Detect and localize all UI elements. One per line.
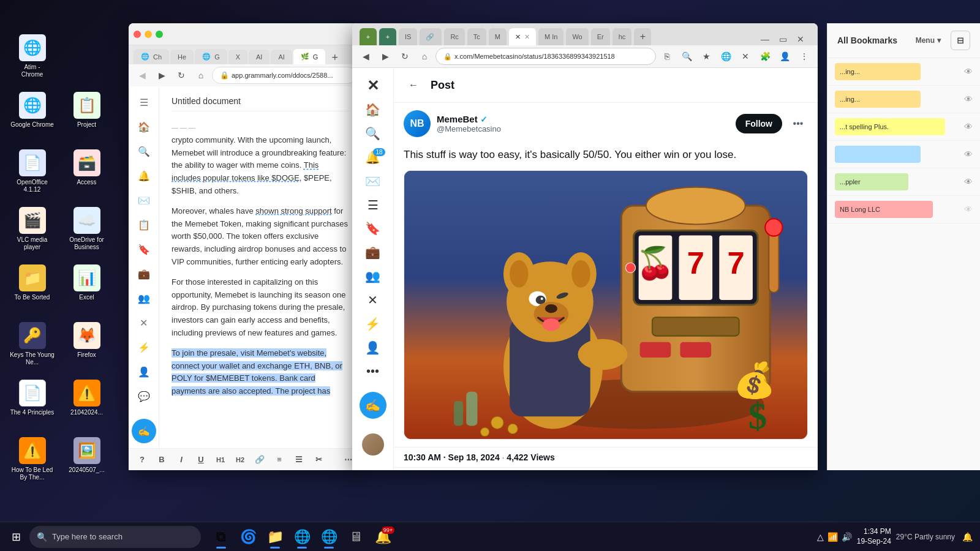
bookmark-item-2[interactable]: ...ing... 👁 — [827, 86, 980, 113]
twitter-tab-is[interactable]: IS — [399, 28, 417, 45]
tw-explore-btn[interactable]: 🔍 — [360, 123, 386, 144]
taskbar-app-notification[interactable]: 🔔 99+ — [370, 524, 396, 550]
tweet-share-btn[interactable]: ⬆ — [789, 470, 808, 471]
nav-home-btn[interactable]: ⌂ — [192, 67, 209, 84]
grammarly-sidebar-bell-btn[interactable]: 🔔 — [133, 165, 155, 187]
grammarly-minimize-btn[interactable] — [145, 31, 152, 38]
twitter-new-tab-btn[interactable]: + — [634, 28, 651, 45]
grammarly-sidebar-users-btn[interactable]: 👥 — [133, 287, 155, 309]
bookmarks-menu-btn[interactable]: Menu ▾ — [916, 36, 941, 45]
tweet-like-btn[interactable]: ♡ 9 — [496, 470, 523, 471]
post-back-btn[interactable]: ← — [404, 75, 423, 95]
twitter-post-content[interactable]: ← Post NB MemeBet ✓ @Memebetcasino Follo… — [394, 68, 818, 470]
file-icon-excel[interactable]: 📊 Excel — [61, 261, 113, 316]
taskbar-volume-icon[interactable]: 🔊 — [842, 532, 852, 542]
file-icon-vlc[interactable]: 🎬 VLC media player — [6, 203, 58, 258]
tab-ai2[interactable]: AI — [271, 50, 292, 64]
toolbar-h1-btn[interactable]: H1 — [212, 451, 229, 468]
taskbar-notification-center-btn[interactable]: 🔔 — [960, 532, 975, 542]
taskbar-app-chrome2[interactable]: 🌐 — [316, 524, 342, 550]
bookmark-item-6[interactable]: NB Long LLC 👁 — [827, 196, 980, 223]
toolbar-bold-btn[interactable]: B — [153, 451, 170, 468]
bookmark-item-4[interactable]: 👁 — [827, 141, 980, 168]
grammarly-sidebar-note-btn[interactable]: 📋 — [133, 214, 155, 236]
bookmark-eye-icon-2[interactable]: 👁 — [964, 94, 973, 104]
tw-x-logo-btn[interactable]: ✕ — [360, 75, 386, 97]
bookmarks-filter-btn[interactable]: ⊟ — [951, 31, 970, 50]
file-icon-to-be-sorted[interactable]: 📁 To Be Sorted — [6, 261, 58, 316]
twitter-tab-hc[interactable]: hc — [612, 28, 632, 45]
file-icon-firefox[interactable]: 🦊 Firefox — [61, 318, 113, 373]
grammarly-sidebar-x-btn[interactable]: ✕ — [133, 312, 155, 334]
twitter-tab-x[interactable]: ✕ ✕ — [509, 28, 536, 45]
twitter-tab-er[interactable]: Er — [591, 28, 610, 45]
taskbar-app-edge[interactable]: 🌀 — [235, 524, 261, 550]
t-nav-ext1-btn[interactable]: 🌐 — [717, 48, 734, 65]
twitter-url-bar[interactable]: 🔒 x.com/Memebetcasino/status/18363368993… — [435, 48, 656, 65]
toolbar-underline-btn[interactable]: U — [192, 451, 209, 468]
file-icon-project[interactable]: 📋 Project — [61, 88, 113, 143]
file-icon-atim-chrome[interactable]: 🌐 Atim -Chrome — [6, 31, 58, 86]
file-icon-onedrive[interactable]: ☁️ OneDrive for Business — [61, 203, 113, 258]
grammarly-sidebar-compose-btn[interactable]: ✍ — [132, 419, 156, 443]
x-tab-close[interactable]: ✕ — [524, 33, 530, 41]
follow-button[interactable]: Follow — [736, 114, 782, 133]
grammarly-sidebar-bookmark-btn[interactable]: 🔖 — [133, 238, 155, 260]
toolbar-ordered-list-btn[interactable]: ≡ — [271, 451, 288, 468]
taskbar-app-explorer[interactable]: 📁 — [262, 524, 288, 550]
tweet-reply-btn[interactable]: 💬 3 — [404, 470, 435, 471]
file-icon-openoffice[interactable]: 📄 OpenOffice 4.1.12 — [6, 146, 58, 201]
grammarly-sidebar-lightning-btn[interactable]: ⚡ — [133, 336, 155, 358]
grammarly-sidebar-home-btn[interactable]: 🏠 — [133, 116, 155, 138]
bookmark-item-1[interactable]: ...ing... 👁 — [827, 58, 980, 86]
browser-close-btn[interactable]: ✕ — [793, 33, 808, 45]
tw-x-btn[interactable]: ✕ — [360, 290, 386, 311]
file-icon-the-4-principles[interactable]: 📄 The 4 Principles — [6, 376, 58, 431]
t-nav-star-btn[interactable]: ★ — [698, 48, 715, 65]
t-nav-ext2-btn[interactable]: ✕ — [737, 48, 754, 65]
new-tab-btn[interactable]: + — [326, 51, 343, 64]
tw-bookmarks-btn[interactable]: 🔖 — [360, 218, 386, 239]
tw-user-avatar[interactable] — [362, 433, 384, 455]
twitter-tab-plus[interactable]: + — [360, 28, 377, 45]
grammarly-sidebar-person-btn[interactable]: 👤 — [133, 361, 155, 383]
t-nav-more-btn[interactable]: ⋮ — [796, 48, 813, 65]
tw-notifications-btn[interactable]: 🔔 18 — [360, 147, 386, 168]
grammarly-close-btn[interactable] — [134, 31, 141, 38]
taskbar-app-shell[interactable]: 🖥 — [343, 524, 369, 550]
file-icon-how-to-be-led[interactable]: ⚠️ How To Be Led By The... — [6, 433, 58, 489]
grammarly-sidebar-bag-btn[interactable]: 💼 — [133, 263, 155, 285]
bookmark-eye-icon-1[interactable]: 👁 — [964, 67, 973, 77]
file-icon-21042024[interactable]: ⚠️ 21042024... — [61, 376, 113, 431]
twitter-tab-wo[interactable]: Wo — [566, 28, 588, 45]
t-nav-back-btn[interactable]: ◀ — [357, 48, 374, 65]
taskbar-search-bar[interactable]: 🔍 Type here to search — [29, 526, 201, 548]
tw-profile-btn[interactable]: 👤 — [360, 337, 386, 358]
t-nav-refresh-btn[interactable]: ↻ — [396, 48, 413, 65]
tw-jobs-btn[interactable]: 💼 — [360, 242, 386, 263]
file-icon-keys-young[interactable]: 🔑 Keys The Young Ne... — [6, 318, 58, 373]
t-nav-zoom-btn[interactable]: 🔍 — [678, 48, 695, 65]
taskbar-weather[interactable]: 29°C Partly sunny — [896, 533, 955, 541]
nav-back-btn[interactable]: ◀ — [134, 67, 151, 84]
grammarly-sidebar-menu-btn[interactable]: ☰ — [133, 91, 155, 113]
bookmark-item-3[interactable]: ...t spelling Plus. 👁 — [827, 113, 980, 141]
t-nav-bookmark-btn[interactable]: ⎘ — [658, 48, 676, 65]
grammarly-sidebar-search-btn[interactable]: 🔍 — [133, 140, 155, 162]
taskbar-clock[interactable]: 1:34 PM 19-Sep-24 — [857, 527, 891, 546]
tw-more-btn[interactable]: ••• — [360, 361, 386, 382]
tw-home-btn[interactable]: 🏠 — [360, 99, 386, 121]
tw-compose-btn[interactable]: ✍ — [360, 392, 386, 419]
tab-g2[interactable]: 🌿 G — [293, 49, 326, 64]
taskbar-start-btn[interactable]: ⊞ — [5, 526, 27, 548]
t-nav-ext3-btn[interactable]: 🧩 — [756, 48, 774, 65]
bookmark-item-5[interactable]: ...ppler 👁 — [827, 168, 980, 196]
tab-g[interactable]: 🌐 G — [195, 49, 227, 64]
bookmark-eye-icon-6[interactable]: 👁 — [964, 204, 973, 214]
taskbar-app-task-view[interactable]: ⧉ — [208, 524, 234, 550]
tw-communities-btn[interactable]: 👥 — [360, 266, 386, 287]
file-icon-access[interactable]: 🗃️ Access — [61, 146, 113, 201]
twitter-tab-icon[interactable]: 🔗 — [420, 28, 442, 45]
toolbar-unordered-list-btn[interactable]: ☰ — [290, 451, 307, 468]
twitter-tab-m[interactable]: M — [489, 28, 507, 45]
